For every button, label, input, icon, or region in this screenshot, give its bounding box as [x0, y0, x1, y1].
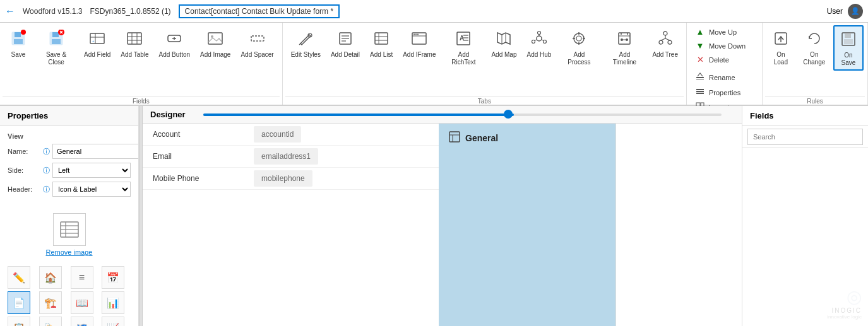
tabs-group-label: Tabs	[285, 96, 684, 105]
icon-item-document[interactable]: 📄	[8, 291, 30, 314]
svg-rect-14	[128, 33, 141, 44]
svg-rect-31	[375, 33, 388, 44]
remove-image-link[interactable]: Remove image	[46, 248, 93, 256]
zoom-slider-track[interactable]	[203, 114, 722, 116]
svg-line-53	[542, 40, 544, 41]
add-map-icon	[494, 28, 514, 49]
svg-point-38	[415, 34, 417, 35]
field-label-account: Account	[143, 124, 244, 146]
add-timeline-button[interactable]: Add Timeline	[602, 25, 646, 71]
svg-line-72	[661, 38, 665, 40]
properties-icon	[695, 87, 705, 98]
add-table-icon	[124, 28, 145, 49]
side-info-icon: ⓘ	[43, 166, 50, 175]
add-process-icon	[569, 28, 589, 49]
add-button-icon	[164, 28, 184, 49]
field-value-email: emailaddress1	[254, 148, 318, 165]
back-button[interactable]: ←	[5, 6, 15, 17]
move-down-icon: ▼	[695, 41, 705, 50]
save-close-icon	[46, 28, 66, 49]
add-hub-label: Add Hub	[526, 51, 551, 59]
add-spacer-button[interactable]: Add Spacer	[236, 25, 278, 71]
svg-point-55	[574, 33, 584, 44]
add-map-button[interactable]: Add Map	[487, 25, 521, 71]
delete-label: Delete	[709, 56, 729, 64]
add-field-button[interactable]: + Add Field	[80, 25, 115, 71]
svg-rect-6	[52, 39, 61, 44]
form-table: Account accountid Email emailaddress1 Mo…	[143, 124, 439, 190]
add-iframe-label: Add IFrame	[403, 51, 436, 59]
delete-button[interactable]: ✕ Delete	[691, 53, 758, 66]
save-close-button[interactable]: Save & Close	[34, 25, 78, 71]
edit-styles-button[interactable]: Edit Styles	[287, 25, 325, 71]
right-empty-column	[615, 124, 742, 326]
ribbon-tabs-buttons: Edit Styles Add Detail Add List Add IFra…	[285, 23, 684, 96]
side-select[interactable]: Left Right	[52, 163, 131, 178]
user-avatar[interactable]: 👤	[848, 4, 863, 19]
rename-label: Rename	[709, 74, 735, 81]
rename-button[interactable]: Rename	[691, 70, 758, 84]
icon-item-home[interactable]: 🏠	[39, 266, 62, 289]
on-save-button[interactable]: On Save	[833, 25, 864, 71]
icon-item-chart[interactable]: 📊	[102, 291, 124, 314]
add-table-button[interactable]: Add Table	[116, 25, 153, 71]
svg-point-66	[626, 38, 628, 41]
on-change-button[interactable]: On Change	[797, 25, 832, 71]
svg-rect-74	[696, 77, 704, 78]
table-row[interactable]: Email emailaddress1	[143, 146, 439, 168]
rules-buttons: On Load On Change On Save	[765, 23, 865, 96]
add-tree-button[interactable]: Add Tree	[648, 25, 682, 71]
move-up-label: Move Up	[709, 28, 737, 36]
table-row[interactable]: Mobile Phone mobilephone	[143, 168, 439, 190]
add-detail-button[interactable]: Add Detail	[326, 25, 364, 71]
add-hub-button[interactable]: Add Hub	[522, 25, 556, 71]
icon-item-clipboard[interactable]: 📋	[8, 317, 30, 326]
svg-point-37	[413, 34, 415, 35]
icon-item-list[interactable]: ≡	[71, 266, 93, 289]
search-input[interactable]	[747, 129, 863, 145]
icon-item-book[interactable]: 📖	[71, 291, 93, 314]
svg-text:+: +	[92, 39, 95, 43]
icon-item-map[interactable]: 🗺️	[71, 317, 93, 326]
icon-item-edit[interactable]: ✏️	[8, 266, 30, 289]
section-panel[interactable]: General	[439, 124, 615, 326]
svg-rect-77	[696, 91, 704, 92]
side-label: Side:	[8, 166, 40, 174]
save-button[interactable]: Save	[4, 25, 33, 71]
add-iframe-icon	[409, 28, 429, 49]
add-tree-label: Add Tree	[652, 51, 678, 59]
svg-rect-1	[15, 32, 21, 37]
add-button-button[interactable]: Add Button	[155, 25, 194, 71]
form-title[interactable]: Contact[contact] Contact Bulk Update for…	[179, 4, 340, 18]
image-box	[53, 213, 86, 246]
icon-item-build[interactable]: 🏗️	[39, 291, 62, 314]
move-up-button[interactable]: ▲ Move Up	[691, 25, 758, 38]
add-button-label: Add Button	[159, 51, 190, 59]
designer-title: Designer	[150, 110, 186, 119]
svg-rect-24	[251, 36, 264, 41]
icon-item-calendar[interactable]: 📅	[102, 266, 124, 289]
move-down-button[interactable]: ▼ Move Down	[691, 39, 758, 52]
header-row: Header: ⓘ Icon & Label Icon Only Label O…	[8, 182, 131, 197]
svg-rect-61	[619, 33, 630, 44]
icon-item-graph[interactable]: 📈	[102, 317, 124, 326]
svg-point-3	[21, 30, 26, 35]
svg-line-54	[535, 40, 537, 41]
side-row: Side: ⓘ Left Right	[8, 163, 131, 178]
icon-item-tag[interactable]: 🏷️	[39, 317, 62, 326]
name-input[interactable]	[52, 144, 139, 159]
add-list-button[interactable]: Add List	[366, 25, 397, 71]
properties-button[interactable]: Properties	[691, 85, 758, 100]
section-title: General	[465, 133, 498, 143]
table-row[interactable]: Account accountid	[143, 124, 439, 146]
add-iframe-button[interactable]: Add IFrame	[398, 25, 440, 71]
add-process-button[interactable]: Add Process	[557, 25, 601, 71]
add-timeline-icon	[614, 28, 634, 49]
on-load-button[interactable]: On Load	[766, 25, 795, 71]
header-select[interactable]: Icon & Label Icon Only Label Only None	[52, 182, 131, 197]
edit-styles-icon	[295, 28, 316, 49]
add-richtext-button[interactable]: A Add RichText	[441, 25, 485, 71]
add-image-button[interactable]: Add Image	[196, 25, 235, 71]
slider-thumb[interactable]	[504, 110, 513, 119]
save-close-label: Save & Close	[39, 51, 74, 66]
